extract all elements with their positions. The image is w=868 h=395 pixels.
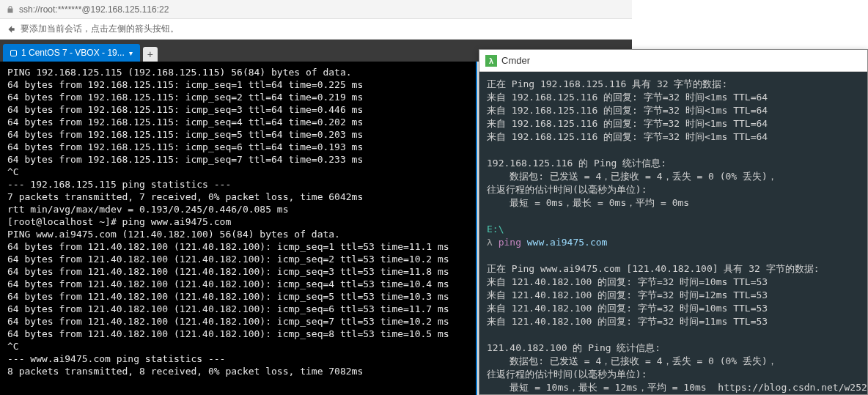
lambda-icon: λ xyxy=(485,55,497,67)
add-tab-button[interactable]: + xyxy=(143,47,158,62)
tab-label: 1 CentOS 7 - VBOX - 19... xyxy=(21,48,125,58)
tab-indicator-icon xyxy=(10,50,17,56)
arrow-add-icon xyxy=(6,24,16,34)
cmder-title-text: Cmder xyxy=(501,55,530,66)
address-text: ssh://root:*******@192.168.125.116:22 xyxy=(19,4,169,15)
lock-icon xyxy=(6,5,15,14)
linux-terminal-output[interactable]: PING 192.168.125.115 (192.168.125.115) 5… xyxy=(0,62,477,395)
session-tip: 要添加当前会话，点击左侧的箭头按钮。 xyxy=(0,19,632,40)
tab-centos7[interactable]: 1 CentOS 7 - VBOX - 19... ▾ xyxy=(3,44,140,62)
tip-text: 要添加当前会话，点击左侧的箭头按钮。 xyxy=(21,23,179,35)
cmder-terminal-output[interactable]: 正在 Ping 192.168.125.116 具有 32 字节的数据: 来自 … xyxy=(479,72,867,395)
cmder-window: λ Cmder 正在 Ping 192.168.125.116 具有 32 字节… xyxy=(479,49,868,395)
cmder-titlebar[interactable]: λ Cmder xyxy=(479,50,867,72)
address-bar[interactable]: ssh://root:*******@192.168.125.116:22 xyxy=(0,0,632,19)
chevron-down-icon[interactable]: ▾ xyxy=(129,49,133,57)
